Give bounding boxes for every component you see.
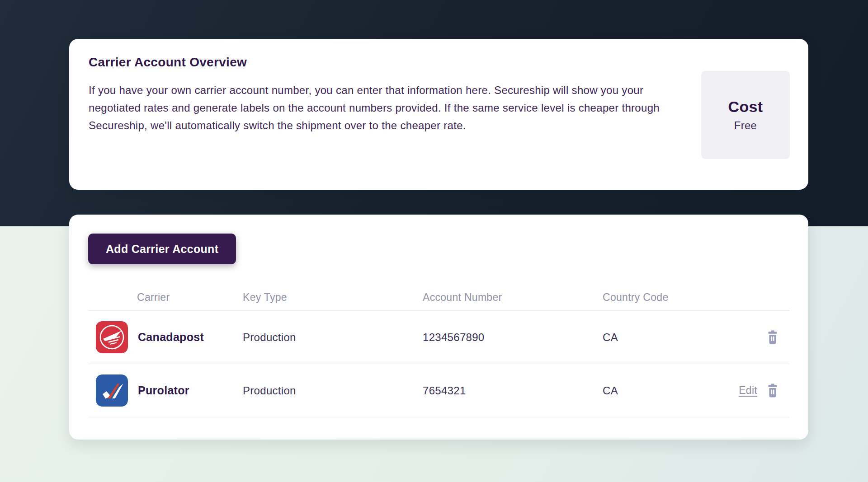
purolator-logo-icon (96, 374, 128, 407)
key-type-cell: Production (243, 331, 423, 344)
table-header-row: Carrier Key Type Account Number Country … (88, 285, 789, 311)
account-number-cell: 1234567890 (423, 331, 603, 344)
delete-button[interactable] (767, 330, 778, 344)
cost-value: Free (734, 119, 757, 132)
carrier-cell: Purolator (88, 374, 243, 407)
carrier-cell: Canadapost (88, 321, 243, 353)
page-title: Carrier Account Overview (89, 55, 789, 70)
column-header-account-number: Account Number (423, 291, 603, 304)
edit-link[interactable]: Edit (739, 384, 757, 397)
row-actions: Edit (729, 364, 789, 417)
table-row: Purolator Production 7654321 CA Edit (88, 364, 789, 417)
cost-box: Cost Free (701, 71, 790, 159)
carrier-name: Canadapost (138, 331, 204, 344)
country-code-cell: CA (603, 384, 729, 397)
carrier-accounts-table: Carrier Key Type Account Number Country … (88, 285, 789, 417)
country-code-cell: CA (603, 331, 729, 344)
column-header-carrier: Carrier (88, 291, 243, 304)
column-header-key-type: Key Type (243, 291, 423, 304)
account-number-cell: 7654321 (423, 384, 603, 397)
overview-description: If you have your own carrier account num… (89, 81, 683, 134)
carrier-accounts-card: Add Carrier Account Carrier Key Type Acc… (69, 215, 808, 440)
cost-label: Cost (728, 98, 763, 116)
carrier-account-overview-card: Carrier Account Overview If you have you… (69, 39, 808, 190)
canadapost-logo-icon (96, 321, 128, 353)
trash-icon (767, 384, 778, 398)
carrier-name: Purolator (138, 384, 189, 397)
trash-icon (767, 330, 778, 344)
column-header-country-code: Country Code (603, 291, 729, 304)
add-carrier-account-button[interactable]: Add Carrier Account (88, 234, 236, 264)
table-row: Canadapost Production 1234567890 CA (88, 311, 789, 364)
key-type-cell: Production (243, 384, 423, 397)
row-actions (729, 311, 789, 364)
delete-button[interactable] (767, 384, 778, 398)
